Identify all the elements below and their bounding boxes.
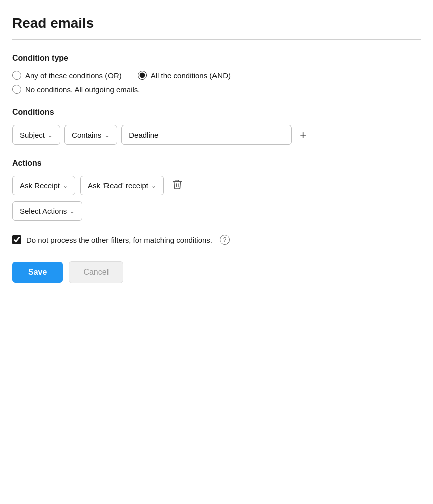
operator-dropdown-chevron-icon: ⌄	[104, 132, 110, 139]
field-dropdown-value: Subject	[20, 131, 45, 139]
save-button[interactable]: Save	[12, 262, 63, 283]
action-type-dropdown[interactable]: Ask Receipt ⌄	[12, 176, 75, 195]
select-actions-value: Select Actions	[20, 207, 67, 215]
no-process-checkbox[interactable]	[12, 235, 21, 244]
select-actions-dropdown[interactable]: Select Actions ⌄	[12, 201, 82, 221]
trash-icon	[172, 179, 183, 190]
page-title: Read emails	[12, 15, 421, 31]
action-option-chevron-icon: ⌄	[151, 182, 156, 189]
delete-action-button[interactable]	[169, 176, 186, 195]
conditions-row: Subject ⌄ Contains ⌄ +	[12, 125, 421, 145]
field-dropdown-chevron-icon: ⌄	[48, 132, 53, 139]
actions-label: Actions	[12, 159, 421, 168]
radio-or[interactable]	[12, 71, 21, 80]
radio-option-or[interactable]: Any of these conditions (OR)	[12, 71, 122, 80]
no-process-label: Do not process the other filters, for ma…	[26, 236, 212, 244]
radio-option-none[interactable]: No conditions. All outgoing emails.	[12, 85, 421, 94]
condition-type-label: Condition type	[12, 54, 421, 63]
conditions-section: Conditions Subject ⌄ Contains ⌄ +	[12, 108, 421, 145]
operator-dropdown-value: Contains	[72, 131, 101, 139]
action-type-chevron-icon: ⌄	[63, 182, 68, 189]
cancel-button[interactable]: Cancel	[69, 261, 123, 283]
condition-type-section: Condition type Any of these conditions (…	[12, 54, 421, 94]
operator-dropdown[interactable]: Contains ⌄	[64, 125, 117, 145]
action-row-1: Ask Receipt ⌄ Ask 'Read' receipt ⌄	[12, 176, 421, 195]
radio-row-inline: Any of these conditions (OR) All the con…	[12, 71, 421, 80]
no-process-checkbox-row: Do not process the other filters, for ma…	[12, 235, 421, 245]
radio-none-label: No conditions. All outgoing emails.	[25, 85, 140, 94]
select-actions-row: Select Actions ⌄	[12, 201, 421, 221]
condition-value-input[interactable]	[121, 125, 292, 145]
condition-type-radio-group: Any of these conditions (OR) All the con…	[12, 71, 421, 94]
conditions-label: Conditions	[12, 108, 421, 117]
radio-or-label: Any of these conditions (OR)	[25, 71, 122, 80]
title-divider	[12, 39, 421, 40]
actions-section: Actions Ask Receipt ⌄ Ask 'Read' receipt…	[12, 159, 421, 221]
field-dropdown[interactable]: Subject ⌄	[12, 125, 60, 145]
form-buttons: Save Cancel	[12, 261, 421, 283]
action-option-dropdown[interactable]: Ask 'Read' receipt ⌄	[80, 176, 164, 195]
radio-and-label: All the conditions (AND)	[151, 71, 231, 80]
select-actions-chevron-icon: ⌄	[70, 208, 75, 215]
radio-and[interactable]	[138, 71, 147, 80]
radio-option-and[interactable]: All the conditions (AND)	[138, 71, 231, 80]
action-option-value: Ask 'Read' receipt	[88, 181, 148, 190]
action-type-value: Ask Receipt	[20, 181, 60, 190]
add-condition-button[interactable]: +	[296, 128, 310, 143]
help-icon[interactable]: ?	[220, 235, 230, 245]
radio-none[interactable]	[12, 85, 21, 94]
